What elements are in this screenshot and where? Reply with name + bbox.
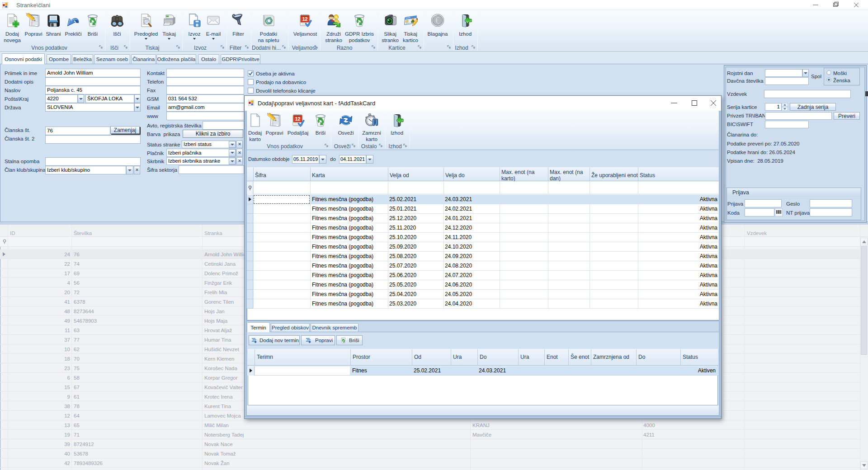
svg-text:12: 12	[302, 16, 308, 22]
svg-text:12: 12	[295, 116, 301, 122]
svg-text:€: €	[435, 15, 440, 25]
